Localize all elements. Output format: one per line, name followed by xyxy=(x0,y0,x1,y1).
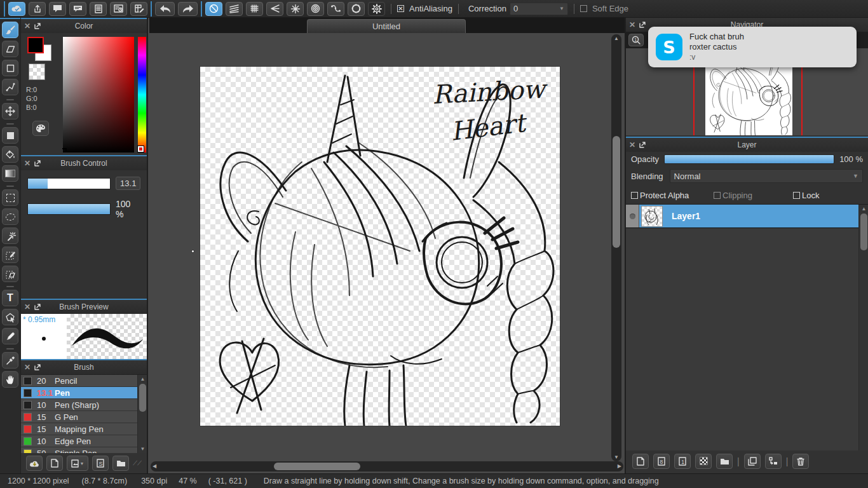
add-image-brush-button[interactable]: ▼ xyxy=(67,456,88,471)
brush-size-slider[interactable] xyxy=(27,178,111,189)
close-icon[interactable]: ✕ xyxy=(24,302,31,311)
eraser-tool[interactable] xyxy=(2,41,18,57)
undo-button[interactable] xyxy=(155,2,175,16)
brush-tool[interactable] xyxy=(2,22,18,38)
clipping-checkbox-item[interactable]: Clipping xyxy=(714,191,793,200)
polyline-tool[interactable] xyxy=(2,79,18,95)
operation-tool[interactable] xyxy=(2,309,18,325)
tool-divider xyxy=(6,186,14,187)
add-script-brush-button[interactable]: S xyxy=(92,456,109,471)
hue-bar[interactable] xyxy=(138,37,146,152)
duplicate-layer-button[interactable] xyxy=(744,454,761,469)
transparent-color-swatch[interactable] xyxy=(29,64,45,80)
edit-form-button[interactable] xyxy=(130,2,147,16)
vertical-scroll-thumb[interactable] xyxy=(613,136,620,248)
add-brush-button[interactable] xyxy=(46,456,63,471)
brush-folder-button[interactable] xyxy=(112,456,129,471)
canvas-area[interactable]: Untitled ▲ ▼ ◀ ▶ xyxy=(149,18,625,473)
brush-list-item[interactable]: 15G Pen xyxy=(21,411,147,423)
popout-icon[interactable] xyxy=(34,23,41,29)
select-eraser-tool[interactable] xyxy=(2,266,18,282)
foreground-color-swatch[interactable] xyxy=(27,37,44,53)
palette-button[interactable] xyxy=(32,121,49,136)
grid-snap-button[interactable] xyxy=(246,2,263,16)
layer-opacity-slider[interactable] xyxy=(664,154,834,164)
lock-checkbox-item[interactable]: Lock xyxy=(793,191,819,200)
magic-wand-tool[interactable] xyxy=(2,227,18,244)
hand-tool[interactable] xyxy=(2,371,18,388)
brush-list-item[interactable]: 15Mapping Pen xyxy=(21,423,147,435)
close-icon[interactable]: ✕ xyxy=(629,20,635,29)
resize-grip[interactable]: ⟋⟋ xyxy=(133,459,142,467)
canvas-vertical-scrollbar[interactable]: ▲ ▼ xyxy=(611,34,621,461)
shape-brush-tool[interactable] xyxy=(2,60,18,76)
parallel-snap-button[interactable] xyxy=(226,2,243,16)
brush-size-value[interactable]: 13.1 xyxy=(116,177,140,190)
protect-alpha-checkbox-item[interactable]: Protect Alpha xyxy=(631,191,714,200)
delete-layer-button[interactable] xyxy=(792,454,809,469)
close-icon[interactable]: ✕ xyxy=(24,22,31,30)
radial-snap-button[interactable] xyxy=(287,2,304,16)
export-button[interactable] xyxy=(29,2,46,16)
select-lasso-tool[interactable] xyxy=(2,208,18,225)
bucket-tool[interactable] xyxy=(2,146,18,163)
popout-icon[interactable] xyxy=(34,160,41,166)
popout-icon[interactable] xyxy=(34,304,41,310)
horizontal-scroll-thumb[interactable] xyxy=(274,463,360,470)
document-button[interactable] xyxy=(90,2,107,16)
brush-list-item[interactable]: 50Stipple Pen xyxy=(21,447,147,453)
select-rect-tool[interactable] xyxy=(2,189,18,206)
snap-off-button[interactable] xyxy=(205,2,222,16)
gradient-tool[interactable] xyxy=(2,165,18,182)
add-halftone-layer-button[interactable] xyxy=(695,454,712,469)
ellipse-snap-button[interactable] xyxy=(348,2,365,16)
comment-button[interactable] xyxy=(49,2,66,16)
correction-dropdown[interactable]: 0 ▼ xyxy=(510,3,568,15)
cloud-sync-button[interactable] xyxy=(8,2,25,16)
curve-snap-button[interactable] xyxy=(327,2,344,16)
select-pen-tool[interactable] xyxy=(2,247,18,263)
add-8bit-layer-button[interactable]: 8 xyxy=(653,454,670,469)
eyedropper-tool[interactable] xyxy=(2,352,18,369)
add-layer-button[interactable] xyxy=(632,454,649,469)
vanishing-point-snap-button[interactable] xyxy=(266,2,283,16)
message-button[interactable] xyxy=(69,2,86,16)
brush-opacity-slider[interactable] xyxy=(27,203,111,215)
saturation-value-picker[interactable] xyxy=(63,37,134,152)
chevron-down-icon: ▼ xyxy=(559,6,564,11)
redo-button[interactable] xyxy=(178,2,198,16)
layer-blending-dropdown[interactable]: Normal ▼ xyxy=(670,169,863,183)
snap-settings-button[interactable] xyxy=(368,2,385,16)
soft-edge-checkbox[interactable] xyxy=(580,5,587,12)
merge-layer-button[interactable] xyxy=(765,454,782,469)
document-canvas[interactable] xyxy=(200,67,560,426)
layer-row-selected[interactable]: Layer1 xyxy=(626,205,868,228)
antialiasing-checkbox[interactable]: ✕ xyxy=(397,5,404,12)
add-1bit-layer-button[interactable]: 1 xyxy=(674,454,691,469)
brush-list-scrollbar[interactable]: ▲ ▼ xyxy=(137,375,147,453)
canvas-horizontal-scrollbar[interactable]: ◀ ▶ xyxy=(151,461,623,471)
close-icon[interactable]: ✕ xyxy=(24,159,31,168)
document-tab[interactable]: Untitled xyxy=(307,19,466,33)
soft-eraser-tool[interactable] xyxy=(2,328,18,344)
cloud-brush-button[interactable] xyxy=(26,456,43,471)
history-button[interactable] xyxy=(110,2,127,16)
layer-list-scrollbar[interactable]: ▲ xyxy=(858,205,868,451)
layer-visibility-toggle[interactable] xyxy=(626,205,639,227)
popout-icon[interactable] xyxy=(639,142,646,148)
popout-icon[interactable] xyxy=(639,22,646,28)
zoom-reset-button[interactable]: 1 xyxy=(628,34,644,46)
popout-icon[interactable] xyxy=(34,364,41,370)
concentric-circle-snap-button[interactable] xyxy=(307,2,324,16)
skype-notification[interactable]: S Fuck chat bruh roxter cactus :v xyxy=(648,27,857,67)
move-tool[interactable] xyxy=(2,103,18,119)
brush-list-item[interactable]: 10Pen (Sharp) xyxy=(21,399,147,411)
fill-rect-tool[interactable] xyxy=(2,127,18,144)
close-icon[interactable]: ✕ xyxy=(24,363,31,372)
brush-list-item-selected[interactable]: 13.1Pen xyxy=(21,387,147,399)
close-icon[interactable]: ✕ xyxy=(629,140,635,149)
brush-list-item[interactable]: 10Edge Pen xyxy=(21,435,147,447)
add-layer-folder-button[interactable] xyxy=(716,454,733,469)
brush-list-item[interactable]: 20Pencil xyxy=(21,375,147,387)
text-tool[interactable]: T xyxy=(2,290,18,306)
